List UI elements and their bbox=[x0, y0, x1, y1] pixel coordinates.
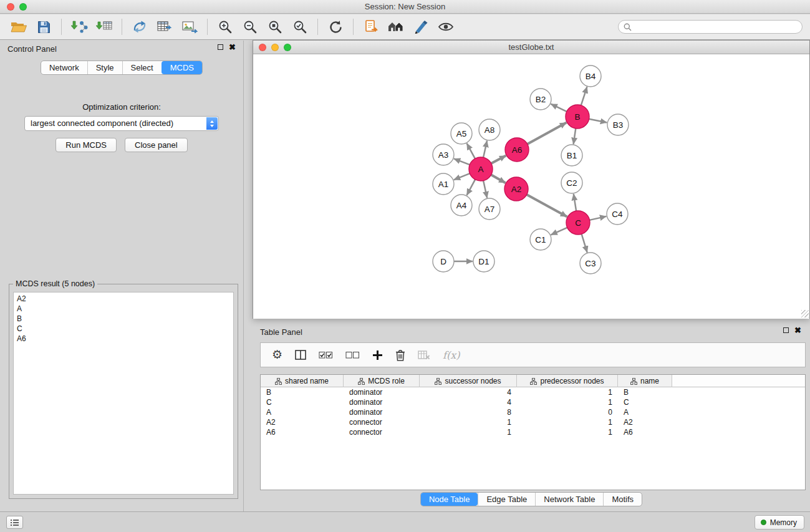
edge-A-A4[interactable] bbox=[467, 180, 476, 195]
node-A6[interactable]: A6 bbox=[505, 138, 529, 162]
node-table[interactable]: shared nameMCDS rolesuccessor nodesprede… bbox=[260, 374, 806, 490]
memory-button[interactable]: Memory bbox=[755, 515, 804, 530]
criterion-select[interactable]: largest connected component (directed) bbox=[24, 116, 219, 131]
network-table-button[interactable] bbox=[152, 16, 177, 37]
zoom-out-button[interactable] bbox=[238, 16, 263, 37]
tab-edge-table[interactable]: Edge Table bbox=[478, 493, 535, 506]
node-B4[interactable]: B4 bbox=[580, 65, 601, 87]
node-C2[interactable]: C2 bbox=[561, 172, 582, 193]
node-A1[interactable]: A1 bbox=[433, 173, 454, 195]
mcds-result-item[interactable]: B bbox=[14, 314, 233, 324]
network-window-titlebar[interactable]: testGlobe.txt bbox=[253, 41, 809, 54]
float-panel-icon[interactable] bbox=[783, 327, 789, 333]
resize-grip[interactable] bbox=[801, 310, 809, 317]
node-B1[interactable]: B1 bbox=[561, 145, 582, 166]
tab-node-table[interactable]: Node Table bbox=[421, 493, 478, 506]
add-column-button[interactable] bbox=[372, 350, 383, 360]
table-row[interactable]: A2connector11A2 bbox=[261, 417, 805, 427]
close-panel-icon[interactable]: ✖ bbox=[794, 327, 801, 334]
node-B[interactable]: B bbox=[566, 105, 589, 128]
tab-mcds[interactable]: MCDS bbox=[162, 61, 202, 74]
close-panel-icon[interactable]: ✖ bbox=[229, 44, 236, 51]
tab-network[interactable]: Network bbox=[41, 61, 87, 74]
node-C1[interactable]: C1 bbox=[530, 229, 551, 250]
mcds-result-item[interactable]: A6 bbox=[14, 334, 233, 344]
edge-A6-B[interactable] bbox=[528, 123, 567, 144]
node-B2[interactable]: B2 bbox=[530, 89, 551, 110]
tab-style[interactable]: Style bbox=[87, 61, 122, 74]
zoom-in-button[interactable] bbox=[213, 16, 238, 37]
node-A5[interactable]: A5 bbox=[451, 123, 472, 144]
select-all-button[interactable] bbox=[319, 351, 333, 359]
edge-A-A7[interactable] bbox=[483, 181, 487, 198]
export-image-button[interactable] bbox=[177, 16, 202, 37]
show-columns-button[interactable] bbox=[295, 350, 306, 360]
zoom-selected-button[interactable] bbox=[287, 16, 312, 37]
mcds-result-item[interactable]: C bbox=[14, 324, 233, 334]
run-mcds-button[interactable]: Run MCDS bbox=[55, 138, 117, 152]
edge-A2-C[interactable] bbox=[527, 195, 567, 216]
delete-column-button[interactable] bbox=[395, 349, 405, 361]
edge-B-B2[interactable] bbox=[551, 104, 567, 112]
edge-A-A6[interactable] bbox=[491, 155, 506, 163]
close-window-icon[interactable] bbox=[259, 44, 266, 51]
edge-B-B4[interactable] bbox=[581, 87, 587, 105]
network-canvas[interactable]: B4B2BB3A5A8A6B1A3AC2A1A2A4A7C4CC1C3DD1 bbox=[253, 55, 809, 319]
apply-layout-button[interactable] bbox=[323, 16, 348, 37]
mcds-result-item[interactable]: A bbox=[14, 304, 233, 314]
mcds-result-item[interactable]: A2 bbox=[14, 294, 233, 304]
edge-A-A2[interactable] bbox=[491, 175, 506, 183]
function-builder-button[interactable]: f(x) bbox=[443, 349, 460, 361]
tab-network-table[interactable]: Network Table bbox=[535, 493, 603, 506]
edge-C-C2[interactable] bbox=[574, 194, 576, 211]
unselect-all-button[interactable] bbox=[345, 351, 360, 359]
node-A[interactable]: A bbox=[469, 157, 493, 181]
edge-C-C3[interactable] bbox=[582, 234, 587, 253]
close-panel-button[interactable]: Close panel bbox=[125, 138, 188, 152]
column-header-name[interactable]: name bbox=[618, 375, 672, 387]
save-session-button[interactable] bbox=[31, 16, 56, 37]
open-file-button[interactable] bbox=[6, 16, 31, 37]
search-box[interactable] bbox=[618, 20, 803, 34]
edge-C-C1[interactable] bbox=[551, 228, 567, 235]
node-A8[interactable]: A8 bbox=[479, 119, 500, 140]
home-button[interactable] bbox=[383, 16, 408, 37]
node-D[interactable]: D bbox=[433, 251, 454, 272]
tab-motifs[interactable]: Motifs bbox=[603, 493, 642, 506]
mcds-result-list[interactable]: A2ABCA6 bbox=[13, 292, 234, 495]
edge-A-A8[interactable] bbox=[483, 141, 487, 158]
column-header-MCDS-role[interactable]: MCDS role bbox=[344, 375, 420, 387]
node-B3[interactable]: B3 bbox=[607, 114, 629, 135]
delete-table-button[interactable] bbox=[418, 351, 430, 360]
zoom-window-icon[interactable] bbox=[19, 3, 27, 11]
node-C4[interactable]: C4 bbox=[607, 203, 628, 225]
edge-A-A5[interactable] bbox=[467, 143, 475, 159]
import-network-button[interactable] bbox=[67, 16, 92, 37]
search-input[interactable] bbox=[635, 22, 797, 31]
import-table-button[interactable] bbox=[92, 16, 117, 37]
node-A3[interactable]: A3 bbox=[433, 144, 454, 165]
column-header-shared-name[interactable]: shared name bbox=[261, 375, 344, 387]
edge-A-A3[interactable] bbox=[454, 158, 470, 165]
minimize-window-icon[interactable] bbox=[271, 44, 279, 51]
new-network-button[interactable] bbox=[127, 16, 152, 37]
zoom-window-icon[interactable] bbox=[284, 44, 291, 51]
float-panel-icon[interactable] bbox=[218, 44, 223, 50]
task-history-button[interactable] bbox=[6, 516, 23, 529]
table-row[interactable]: Adominator80A bbox=[261, 407, 805, 417]
node-C[interactable]: C bbox=[566, 211, 590, 235]
zoom-fit-button[interactable] bbox=[263, 16, 287, 37]
table-settings-button[interactable]: ⚙ bbox=[272, 349, 282, 361]
edge-B-B1[interactable] bbox=[574, 128, 576, 144]
table-row[interactable]: Cdominator41C bbox=[261, 397, 805, 407]
node-A4[interactable]: A4 bbox=[451, 195, 472, 216]
edge-A-A1[interactable] bbox=[454, 173, 470, 180]
column-header-successor-nodes[interactable]: successor nodes bbox=[420, 375, 517, 387]
tab-select[interactable]: Select bbox=[122, 61, 162, 74]
column-header-predecessor-nodes[interactable]: predecessor nodes bbox=[517, 375, 618, 387]
report-button[interactable] bbox=[359, 16, 383, 37]
show-graphics-button[interactable] bbox=[433, 16, 458, 37]
node-D1[interactable]: D1 bbox=[473, 251, 494, 272]
annotation-button[interactable] bbox=[408, 16, 433, 37]
table-row[interactable]: Bdominator41B bbox=[261, 387, 805, 397]
